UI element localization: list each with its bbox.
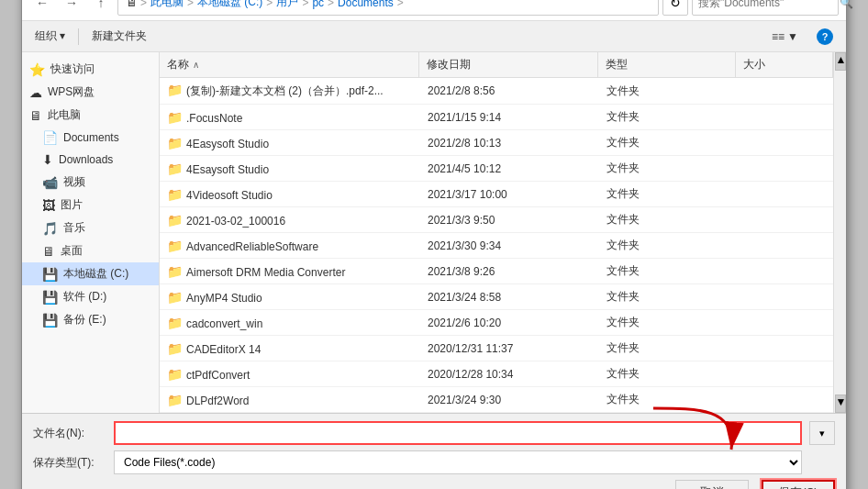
header-date[interactable]: 修改日期 <box>419 52 598 77</box>
sidebar-item-backup-e[interactable]: 💾 备份 (E:) <box>22 308 159 331</box>
sidebar-item-quick-access[interactable]: ⭐ 快速访问 <box>22 58 159 81</box>
sidebar-item-this-pc[interactable]: 🖥 此电脑 <box>22 104 159 127</box>
sidebar-item-videos[interactable]: 📹 视频 <box>22 171 159 194</box>
file-type: 文件夹 <box>599 364 737 383</box>
file-size <box>737 167 833 171</box>
sidebar-item-soft-d[interactable]: 💾 软件 (D:) <box>22 285 159 308</box>
refresh-button[interactable]: ↻ <box>662 0 688 16</box>
file-type: 文件夹 <box>599 133 737 152</box>
music-icon: 🎵 <box>42 221 58 236</box>
file-name: 📁AdvancedReliableSoftware <box>160 237 420 255</box>
view-button[interactable]: ≡≡ ▼ <box>766 28 804 46</box>
folder-icon: 📁 <box>167 341 183 356</box>
table-row[interactable]: 📁cadconvert_win 2021/2/6 10:20 文件夹 <box>160 310 833 336</box>
backup-e-icon: 💾 <box>42 313 58 328</box>
file-type: 文件夹 <box>599 390 737 409</box>
filetype-label: 保存类型(T): <box>33 455 106 471</box>
breadcrumb-item-documents[interactable]: Documents <box>338 0 394 9</box>
table-row[interactable]: 📁(复制)-新建文本文档 (2)（合并）.pdf-2... 2021/2/8 8… <box>160 78 833 105</box>
table-row[interactable]: 📁4Esaysoft Studio 2021/4/5 10:12 文件夹 <box>160 156 833 182</box>
file-name: 📁Aimersoft DRM Media Converter <box>160 262 420 281</box>
new-folder-button[interactable]: 新建文件夹 <box>86 26 152 47</box>
table-row[interactable]: 📁4Easysoft Studio 2021/2/8 10:13 文件夹 <box>160 130 833 156</box>
table-row[interactable]: 📁AnyMP4 Studio 2021/3/24 8:58 文件夹 <box>160 284 833 310</box>
breadcrumb-item-c[interactable]: 本地磁盘 (C:) <box>197 0 262 10</box>
filetype-select[interactable]: Code Files(*.code) <box>114 450 802 474</box>
header-type[interactable]: 类型 <box>598 52 736 77</box>
file-name: 📁.FocusNote <box>160 108 420 127</box>
file-type: 文件夹 <box>599 287 737 306</box>
sidebar-item-documents[interactable]: 📄 Documents <box>22 127 159 149</box>
file-size <box>737 372 833 376</box>
file-list: 📁(复制)-新建文本文档 (2)（合并）.pdf-2... 2021/2/8 8… <box>160 78 833 413</box>
view-arrow: ▼ <box>787 30 798 43</box>
breadcrumb-item-user[interactable]: 用户 <box>276 0 298 10</box>
up-button[interactable]: ↑ <box>88 0 114 16</box>
sidebar-label-this-pc: 此电脑 <box>48 107 81 123</box>
desktop-icon: 🖥 <box>42 244 55 259</box>
folder-icon: 📁 <box>167 136 183 150</box>
sidebar-label-wps: WPS网盘 <box>48 84 95 100</box>
file-date: 2021/1/15 9:14 <box>420 109 599 126</box>
file-name: 📁ctPdfConvert <box>160 365 420 383</box>
header-name[interactable]: 名称 ∧ <box>160 52 419 77</box>
sidebar-item-downloads[interactable]: ⬇ Downloads <box>22 149 159 171</box>
folder-icon: 📁 <box>167 83 183 97</box>
file-type: 文件夹 <box>599 261 737 281</box>
help-button[interactable]: ? <box>811 26 839 48</box>
file-size <box>737 116 833 119</box>
file-name: 📁(复制)-新建文本文档 (2)（合并）.pdf-2... <box>160 81 420 101</box>
table-row[interactable]: 📁AdvancedReliableSoftware 2021/3/30 9:34… <box>160 233 833 259</box>
file-date: 2021/3/8 9:26 <box>420 263 599 280</box>
file-type: 文件夹 <box>599 313 737 332</box>
sidebar-label-quick-access: 快速访问 <box>50 61 95 77</box>
file-size <box>737 193 833 196</box>
folder-icon: 📁 <box>167 367 183 382</box>
table-row[interactable]: 📁DLPdf2Word 2021/3/24 9:30 文件夹 <box>160 387 833 413</box>
sidebar-item-music[interactable]: 🎵 音乐 <box>22 217 159 239</box>
table-row[interactable]: 📁CADEditorX 14 2020/12/31 11:37 文件夹 <box>160 336 833 361</box>
sidebar-label-soft-d: 软件 (D:) <box>63 289 106 305</box>
file-date: 2021/2/8 8:56 <box>420 83 599 99</box>
this-pc-icon: 🖥 <box>29 108 42 123</box>
file-size <box>737 398 833 402</box>
file-date: 2021/3/3 9:50 <box>420 212 599 228</box>
wps-icon: ☁ <box>29 85 42 100</box>
save-button[interactable]: 保存(S) <box>762 480 835 489</box>
search-input[interactable] <box>698 0 836 9</box>
folder-icon: 📁 <box>167 290 183 305</box>
header-size[interactable]: 大小 <box>736 52 833 77</box>
breadcrumb-item-pc2[interactable]: pc <box>312 0 324 9</box>
folder-icon: 📁 <box>167 393 183 407</box>
sidebar-label-backup-e: 备份 (E:) <box>63 312 106 328</box>
file-size <box>737 89 833 93</box>
file-size <box>737 244 833 248</box>
local-c-icon: 💾 <box>42 267 58 282</box>
table-row[interactable]: 📁ctPdfConvert 2020/12/28 10:34 文件夹 <box>160 361 833 387</box>
cancel-button[interactable]: 取消 <box>675 480 749 489</box>
sidebar-item-pictures[interactable]: 🖼 图片 <box>22 194 159 217</box>
file-date: 2021/3/17 10:00 <box>420 186 599 203</box>
sidebar-label-desktop: 桌面 <box>61 243 83 259</box>
sidebar-item-wps[interactable]: ☁ WPS网盘 <box>22 81 159 104</box>
help-icon: ? <box>817 28 833 45</box>
folder-icon: 📁 <box>167 161 183 176</box>
breadcrumb: 🖥 > 此电脑 > 本地磁盘 (C:) > 用户 > pc > Document… <box>117 0 659 16</box>
table-row[interactable]: 📁4Videosoft Studio 2021/3/17 10:00 文件夹 <box>160 182 833 207</box>
filename-label: 文件名(N): <box>33 426 106 441</box>
sidebar-item-local-c[interactable]: 💾 本地磁盘 (C:) <box>22 262 159 285</box>
filename-input[interactable] <box>114 421 802 445</box>
file-date: 2021/3/24 8:58 <box>420 289 599 306</box>
forward-button[interactable]: → <box>59 0 84 16</box>
table-row[interactable]: 📁Aimersoft DRM Media Converter 2021/3/8 … <box>160 259 833 284</box>
table-row[interactable]: 📁2021-03-02_100016 2021/3/3 9:50 文件夹 <box>160 207 833 233</box>
filename-dropdown[interactable]: ▾ <box>809 421 835 445</box>
breadcrumb-item-pc[interactable]: 此电脑 <box>150 0 184 10</box>
file-date: 2020/12/28 10:34 <box>420 366 599 383</box>
file-name: 📁AnyMP4 Studio <box>160 288 420 306</box>
back-button[interactable]: ← <box>29 0 55 16</box>
organize-button[interactable]: 组织 ▾ <box>29 26 71 47</box>
bottom-area: 文件名(N): ▾ 保存类型(T): Code Files(*.code) <box>22 413 846 489</box>
sidebar-item-desktop[interactable]: 🖥 桌面 <box>22 239 159 262</box>
table-row[interactable]: 📁.FocusNote 2021/1/15 9:14 文件夹 <box>160 105 833 130</box>
